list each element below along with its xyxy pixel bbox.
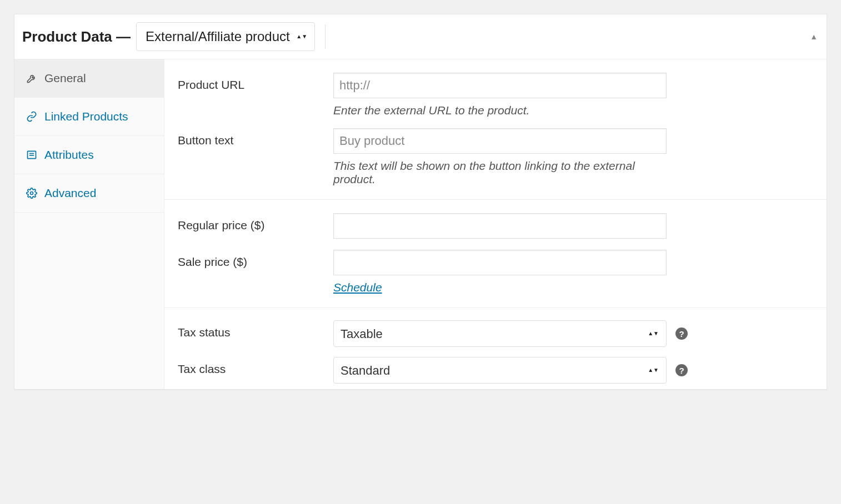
button-text-field: Button text This text will be shown on t… <box>164 117 827 186</box>
link-icon <box>26 111 38 122</box>
panel-body: General Linked Products Attributes <box>14 59 827 389</box>
button-text-input[interactable] <box>333 128 667 154</box>
tab-advanced[interactable]: Advanced <box>14 174 164 213</box>
button-text-label: Button text <box>178 128 333 147</box>
list-icon <box>26 149 38 160</box>
tax-class-label: Tax class <box>178 357 333 376</box>
regular-price-input[interactable] <box>333 213 667 239</box>
tax-status-select[interactable]: TaxableShipping onlyNone <box>333 320 667 347</box>
tab-linked-products[interactable]: Linked Products <box>14 98 164 136</box>
tab-general-label: General <box>44 72 86 85</box>
sale-price-field: Sale price ($) Schedule <box>164 239 827 294</box>
sale-price-label: Sale price ($) <box>178 250 333 269</box>
product-type-select[interactable]: Simple productGrouped productExternal/Af… <box>136 22 315 51</box>
product-type-select-wrap: Simple productGrouped productExternal/Af… <box>136 22 315 51</box>
external-group: Product URL Enter the external URL to th… <box>164 59 827 200</box>
tab-general[interactable]: General <box>14 59 164 98</box>
sale-price-input[interactable] <box>333 250 667 275</box>
panel-title: Product Data — <box>22 28 131 46</box>
general-panel-content: Product URL Enter the external URL to th… <box>164 59 827 389</box>
tab-linked-label: Linked Products <box>44 110 128 123</box>
tab-advanced-label: Advanced <box>44 187 96 200</box>
tax-status-field: Tax status TaxableShipping onlyNone ▲▼ ? <box>164 310 827 347</box>
product-url-help: Enter the external URL to the product. <box>333 104 678 117</box>
help-icon[interactable]: ? <box>675 327 688 340</box>
panel-header: Product Data — Simple productGrouped pro… <box>14 14 827 59</box>
product-data-panel: Product Data — Simple productGrouped pro… <box>14 14 827 390</box>
gear-icon <box>26 188 38 199</box>
svg-point-3 <box>31 192 33 195</box>
tab-attributes[interactable]: Attributes <box>14 136 164 174</box>
tax-class-select[interactable]: StandardReduced rateZero rate <box>333 357 667 384</box>
product-url-input[interactable] <box>333 73 667 98</box>
regular-price-field: Regular price ($) <box>164 202 827 239</box>
tab-attributes-label: Attributes <box>44 148 94 162</box>
button-text-help: This text will be shown on the button li… <box>333 159 678 186</box>
tax-class-field: Tax class StandardReduced rateZero rate … <box>164 347 827 384</box>
divider <box>325 24 326 49</box>
product-url-label: Product URL <box>178 73 333 92</box>
regular-price-label: Regular price ($) <box>178 213 333 232</box>
tax-status-label: Tax status <box>178 320 333 339</box>
pricing-group: Regular price ($) Sale price ($) Schedul… <box>164 200 827 308</box>
product-url-field: Product URL Enter the external URL to th… <box>164 62 827 117</box>
collapse-toggle-icon[interactable]: ▲ <box>810 32 818 41</box>
tax-group: Tax status TaxableShipping onlyNone ▲▼ ?… <box>164 308 827 389</box>
schedule-link[interactable]: Schedule <box>333 281 382 294</box>
product-data-tabs: General Linked Products Attributes <box>14 59 164 389</box>
help-icon[interactable]: ? <box>675 364 688 376</box>
wrench-icon <box>26 73 38 84</box>
